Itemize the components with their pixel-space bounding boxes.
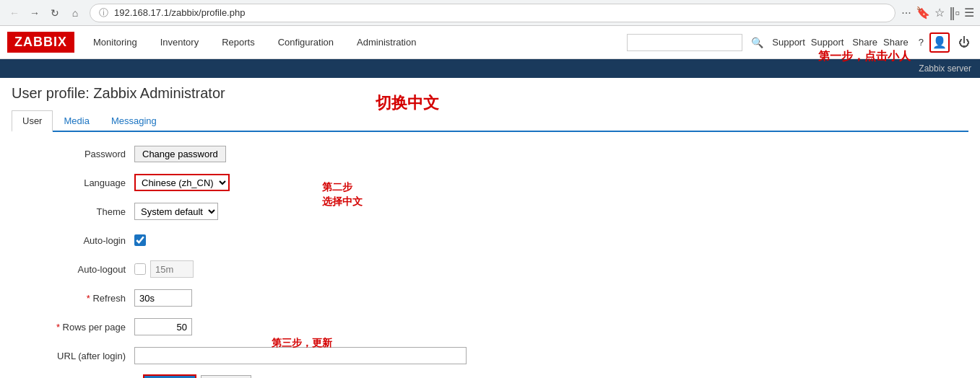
cancel-button[interactable]: Cancel xyxy=(201,375,251,378)
annotation-step3: 第三步，更新 xyxy=(272,337,332,350)
rows-label: * Rows per page xyxy=(40,322,134,333)
nav-menu: Monitoring Inventory Reports Configurati… xyxy=(82,26,627,59)
tabs: User Media Messaging xyxy=(12,110,968,132)
buttons-row: Update Cancel xyxy=(134,374,968,378)
reload-button[interactable]: ↻ xyxy=(46,4,64,22)
logo: ZABBIX xyxy=(7,32,74,53)
autologout-checkbox[interactable] xyxy=(134,263,146,275)
help-label[interactable]: ? xyxy=(919,37,924,48)
autologout-row: Auto-logout xyxy=(40,259,968,279)
refresh-label: * Refresh xyxy=(40,293,134,304)
share-text[interactable]: Share xyxy=(883,37,909,48)
server-text: Zabbix server xyxy=(919,63,971,74)
page-wrapper: User profile: Zabbix Administrator 切换中文 … xyxy=(12,85,968,378)
language-row: Language Default Chinese (zh_CN) English… xyxy=(40,172,968,193)
home-button[interactable]: ⌂ xyxy=(66,4,84,22)
language-label: Language xyxy=(40,177,134,188)
update-button[interactable]: Update xyxy=(143,374,196,378)
library-btn[interactable]: ‖▫ xyxy=(949,5,960,21)
rows-per-page-input[interactable]: 50 xyxy=(134,318,192,335)
support-link[interactable]: Support xyxy=(772,37,805,48)
refresh-row: * Refresh 30s xyxy=(40,288,968,308)
password-row: Password Change password xyxy=(40,144,968,164)
url-row: URL (after login) xyxy=(40,346,968,366)
share-label[interactable]: Share xyxy=(852,37,877,48)
logout-button[interactable]: ⏻ xyxy=(955,35,973,50)
url-label: URL (after login) xyxy=(40,351,134,361)
menu-btn[interactable]: ☰ xyxy=(964,6,974,19)
search-input[interactable] xyxy=(627,34,742,51)
annotation-step2-label: 第二步 xyxy=(322,181,352,194)
password-label: Password xyxy=(40,149,134,159)
autologout-label: Auto-logout xyxy=(40,264,134,275)
bookmark-btn[interactable]: 🔖 xyxy=(916,6,930,19)
nav-right: 🔍 Support Support Share Share ? 👤 ⏻ xyxy=(627,32,973,53)
autologin-label: Auto-login xyxy=(40,235,134,246)
support-label[interactable]: Support xyxy=(811,37,844,48)
nav-configuration[interactable]: Configuration xyxy=(266,26,345,59)
user-profile-button[interactable]: 👤 xyxy=(929,32,950,53)
theme-select[interactable]: System default Blue Dark xyxy=(134,203,218,220)
nav-reports[interactable]: Reports xyxy=(210,26,266,59)
browser-nav: ← → ↻ ⌂ xyxy=(6,4,84,22)
change-password-button[interactable]: Change password xyxy=(134,146,226,162)
autologin-checkbox[interactable] xyxy=(134,234,146,246)
browser-bar: ← → ↻ ⌂ ⓘ 192.168.17.1/zabbix/profile.ph… xyxy=(0,0,980,26)
page-title: User profile: Zabbix Administrator xyxy=(12,85,968,102)
nav-administration[interactable]: Administration xyxy=(345,26,428,59)
back-button[interactable]: ← xyxy=(6,4,23,22)
page-content: User profile: Zabbix Administrator 切换中文 … xyxy=(0,78,980,378)
annotation-step2-select: 选择中文 xyxy=(322,195,363,208)
autologin-row: Auto-login xyxy=(40,230,968,250)
star-btn[interactable]: ☆ xyxy=(935,6,945,19)
language-select[interactable]: Default Chinese (zh_CN) English (en_GB) … xyxy=(134,174,230,191)
browser-actions: ··· 🔖 ☆ ‖▫ ☰ xyxy=(901,5,974,21)
autologout-input[interactable] xyxy=(150,260,194,278)
form-table: 第二步 选择中文 Password Change password Langua… xyxy=(40,144,968,378)
search-button[interactable]: 🔍 xyxy=(748,35,766,50)
tab-messaging[interactable]: Messaging xyxy=(100,110,168,132)
theme-row: Theme System default Blue Dark xyxy=(40,201,968,221)
tab-user[interactable]: User xyxy=(12,110,53,132)
rows-per-page-row: * Rows per page 50 xyxy=(40,317,968,337)
main-annotation: 切换中文 xyxy=(376,92,439,114)
theme-label: Theme xyxy=(40,206,134,217)
tab-media[interactable]: Media xyxy=(53,110,100,132)
address-bar[interactable]: ⓘ 192.168.17.1/zabbix/profile.php xyxy=(90,4,896,22)
nav-inventory[interactable]: Inventory xyxy=(149,26,210,59)
url-text: 192.168.17.1/zabbix/profile.php xyxy=(114,7,245,18)
annotation-step1: 第一步，点击小人 xyxy=(818,49,911,64)
refresh-input[interactable]: 30s xyxy=(134,289,192,307)
more-btn[interactable]: ··· xyxy=(901,6,911,19)
forward-button[interactable]: → xyxy=(26,4,43,22)
nav-monitoring[interactable]: Monitoring xyxy=(82,26,149,59)
